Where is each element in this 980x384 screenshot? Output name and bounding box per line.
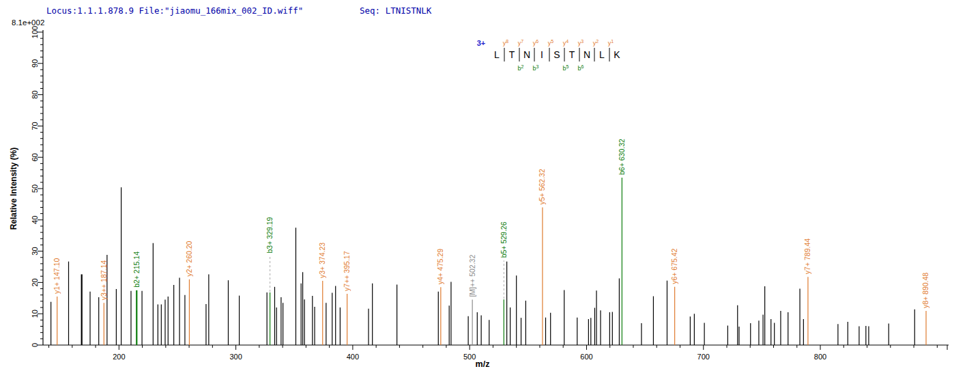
y4-marker-label: y4 (563, 39, 569, 46)
ion-label: y4+ 475.29 (436, 249, 444, 284)
ion-label: b3+ 329.19 (265, 217, 274, 253)
x-tick-label: 300 (229, 353, 242, 361)
y-tick-label: 50 (31, 184, 39, 193)
y-tick-label: 60 (31, 153, 39, 161)
ion-label: y3+ 374.23 (318, 243, 326, 278)
residue-letter: T (509, 49, 515, 60)
y-tick-label: 100 (31, 26, 39, 38)
peaks (51, 187, 915, 345)
y6-marker-label: y6 (533, 39, 539, 46)
residue-letter: L (494, 49, 500, 60)
x-tick-label: 700 (697, 353, 710, 361)
ion-label: y7+ 789.44 (803, 238, 811, 274)
y-tick-label: 70 (31, 122, 39, 130)
y-tick-label: 10 (31, 310, 39, 318)
y-tick-label: 90 (31, 59, 39, 68)
ms2-spectrum-chart: Locus:1.1.1.878.9 File:"jiaomu_166mix_00… (0, 0, 980, 384)
residue-letter: S (553, 49, 560, 60)
ion-label: b6+ 630.32 (618, 139, 626, 175)
residue-letter: I (541, 49, 543, 60)
x-axis-title: m/z (476, 359, 490, 369)
ion-label: b5+ 529.26 (500, 221, 508, 258)
residue-letter: T (569, 49, 575, 60)
b6-marker-label: b6 (578, 64, 584, 72)
ion-label: y5+ 562.32 (538, 169, 546, 204)
ion-label: y8+ 890.48 (921, 273, 929, 308)
y7-marker-label: y7 (518, 39, 524, 46)
b2-marker-label: b2 (518, 64, 524, 72)
y-tick-label: 0 (31, 343, 39, 347)
ion-label: [M]++ 502.32 (468, 255, 476, 297)
y-axis-title: Relative Intensity (%) (9, 148, 18, 230)
b3-marker-label: b3 (533, 64, 539, 72)
x-tick-label: 600 (580, 353, 592, 361)
x-tick-label: 500 (463, 353, 476, 361)
intensity-scale-label: 8.1e+002 (12, 18, 44, 27)
precursor-charge-label: 3+ (477, 39, 486, 47)
ion-label: b2+ 215.14 (132, 251, 141, 288)
y-tick-label: 80 (31, 90, 39, 98)
locus-file-label: Locus:1.1.1.878.9 File:"jiaomu_166mix_00… (46, 5, 303, 16)
x-tick-label: 200 (113, 353, 125, 361)
ion-label: y3++ 187.14 (100, 260, 108, 301)
sequence-label: Seq: LTNISTNLK (360, 5, 432, 16)
peptide-annotation: 3+LTNISTNLKy8y7y6y5y4y3y2y1b2b3b5b6 (477, 39, 621, 72)
y-tick-label: 30 (31, 247, 39, 255)
y1-marker-label: y1 (608, 39, 614, 46)
ion-label: y2+ 260.20 (185, 241, 193, 276)
annotated-peaks: y1+ 147.10y3++ 187.14b2+ 215.14y2+ 260.2… (53, 139, 929, 345)
residue-letter: N (523, 49, 530, 60)
x-tick-label: 400 (347, 353, 359, 361)
y5-marker-label: y5 (548, 39, 554, 46)
residue-letter: K (614, 49, 620, 60)
y8-marker-label: y8 (503, 39, 509, 46)
header: Locus:1.1.1.878.9 File:"jiaomu_166mix_00… (12, 5, 432, 27)
y2-marker-label: y2 (593, 39, 599, 46)
ion-label: y6+ 675.42 (670, 248, 678, 284)
y-tick-label: 20 (31, 278, 39, 286)
y-tick-label: 40 (31, 216, 39, 224)
ion-label: y7++ 395.17 (343, 251, 351, 291)
ion-label: y1+ 147.10 (53, 258, 61, 294)
residue-letter: L (599, 49, 605, 60)
b5-marker-label: b5 (563, 64, 569, 72)
ms2-spectrum-viewer: Locus:1.1.1.878.9 File:"jiaomu_166mix_00… (0, 0, 980, 384)
x-tick-label: 800 (814, 353, 826, 361)
y3-marker-label: y3 (578, 39, 584, 46)
residue-letter: N (583, 49, 590, 60)
